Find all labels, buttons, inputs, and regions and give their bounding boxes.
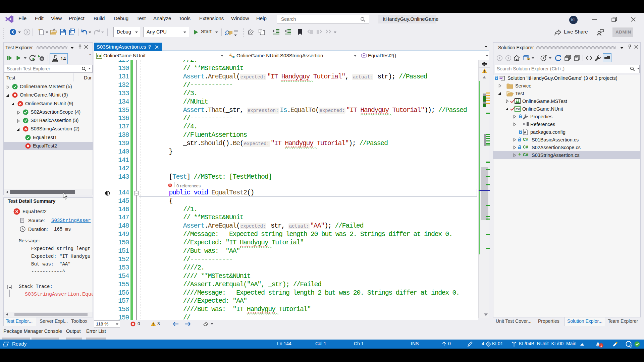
svg-text:C#: C# — [516, 107, 520, 111]
svg-text:C#: C# — [97, 54, 101, 58]
